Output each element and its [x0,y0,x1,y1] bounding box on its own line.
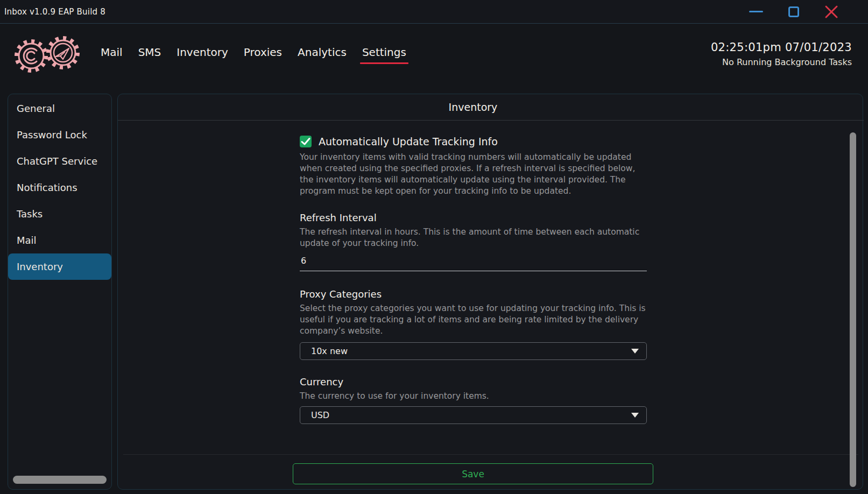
currency-description: The currency to use for your inventory i… [300,391,647,402]
tab-settings[interactable]: Settings [362,44,406,64]
window-controls [749,5,868,19]
minimize-icon [749,11,763,12]
proxy-categories-selected-value: 10x new [311,346,348,356]
sidebar-item-inventory[interactable]: Inventory [8,253,111,280]
clock-status-block: 02:25:01pm 07/01/2023 No Running Backgro… [711,41,852,67]
sidebar-item-chatgpt-service[interactable]: ChatGPT Service [8,148,111,174]
sidebar-item-mail[interactable]: Mail [8,227,111,253]
save-section-divider [123,454,858,455]
tab-inventory[interactable]: Inventory [177,44,228,64]
minimize-button[interactable] [749,5,763,19]
currency-dropdown[interactable]: USD [300,406,647,424]
nav-tabs: Mail SMS Inventory Proxies Analytics Set… [101,44,406,64]
window-title: Inbox v1.0.9 EAP Build 8 [4,7,105,17]
settings-sidebar: General Password Lock ChatGPT Service No… [8,94,112,490]
chevron-down-icon [631,349,639,354]
app-header: Mail SMS Inventory Proxies Analytics Set… [0,24,868,83]
auto-update-description: Your inventory items with valid tracking… [300,152,647,197]
clock: 02:25:01pm 07/01/2023 [711,41,852,54]
inventory-settings-panel: Inventory Automatically Update Tracking … [117,94,863,490]
titlebar: Inbox v1.0.9 EAP Build 8 [0,0,868,24]
save-button[interactable]: Save [293,463,653,484]
refresh-interval-description: The refresh interval in hours. This is t… [300,227,647,249]
app-logo-gears-paper-plane-icon [13,29,83,79]
refresh-interval-label: Refresh Interval [300,212,647,223]
tab-mail[interactable]: Mail [101,44,123,64]
auto-update-checkbox[interactable] [300,136,312,147]
checkmark-icon [300,136,312,147]
maximize-icon [788,6,799,17]
settings-form: Automatically Update Tracking Info Your … [300,121,647,424]
tab-analytics[interactable]: Analytics [298,44,347,64]
close-button[interactable] [824,5,838,19]
sidebar-item-tasks[interactable]: Tasks [8,201,111,227]
refresh-interval-input[interactable] [300,256,647,271]
tab-sms[interactable]: SMS [138,44,161,64]
currency-selected-value: USD [311,410,329,420]
sidebar-item-general[interactable]: General [8,95,111,122]
panel-title: Inventory [118,94,828,120]
background-tasks-status: No Running Background Tasks [711,57,852,67]
sidebar-item-password-lock[interactable]: Password Lock [8,122,111,148]
sidebar-item-notifications[interactable]: Notifications [8,174,111,201]
proxy-categories-label: Proxy Categories [300,288,647,300]
currency-label: Currency [300,376,647,387]
main-vertical-scrollbar[interactable] [850,132,856,487]
maximize-button[interactable] [787,5,801,19]
tab-proxies[interactable]: Proxies [244,44,282,64]
auto-update-label: Automatically Update Tracking Info [319,136,498,147]
proxy-categories-description: Select the proxy categories you want to … [300,303,647,337]
proxy-categories-dropdown[interactable]: 10x new [300,342,647,360]
sidebar-horizontal-scrollbar[interactable] [13,476,107,484]
close-icon [824,5,838,19]
chevron-down-icon [631,413,639,418]
